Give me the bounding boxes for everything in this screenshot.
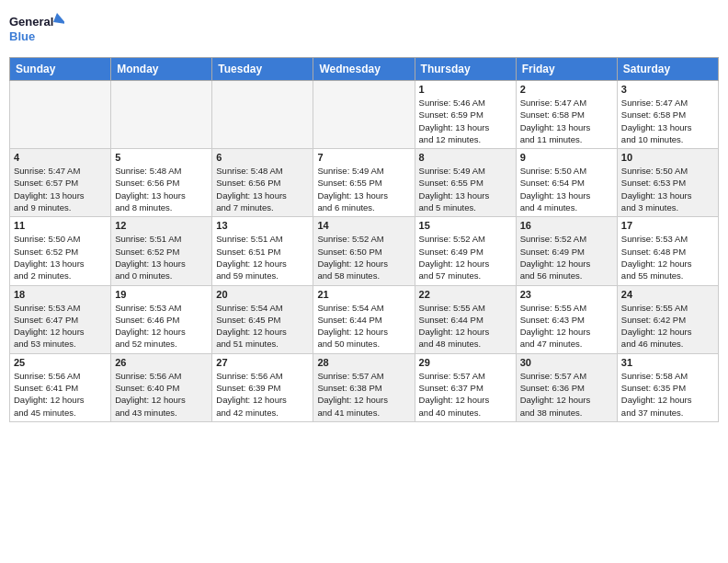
day-number: 28 [317, 357, 410, 368]
calendar-week-5: 25Sunrise: 5:56 AM Sunset: 6:41 PM Dayli… [10, 353, 719, 421]
day-info: Sunrise: 5:57 AM Sunset: 6:37 PM Dayligh… [419, 370, 512, 419]
calendar-cell: 17Sunrise: 5:53 AM Sunset: 6:48 PM Dayli… [617, 217, 718, 285]
calendar-cell: 10Sunrise: 5:50 AM Sunset: 6:53 PM Dayli… [617, 149, 718, 217]
calendar-cell: 6Sunrise: 5:48 AM Sunset: 6:56 PM Daylig… [212, 149, 313, 217]
day-header-friday: Friday [516, 58, 617, 81]
day-number: 18 [14, 289, 107, 300]
calendar-cell: 18Sunrise: 5:53 AM Sunset: 6:47 PM Dayli… [10, 285, 111, 353]
day-number: 22 [419, 289, 512, 300]
calendar-cell: 19Sunrise: 5:53 AM Sunset: 6:46 PM Dayli… [111, 285, 212, 353]
day-number: 17 [621, 220, 714, 231]
day-header-wednesday: Wednesday [313, 58, 415, 81]
calendar-cell: 21Sunrise: 5:54 AM Sunset: 6:44 PM Dayli… [313, 285, 415, 353]
day-info: Sunrise: 5:55 AM Sunset: 6:43 PM Dayligh… [520, 302, 613, 350]
day-info: Sunrise: 5:50 AM Sunset: 6:52 PM Dayligh… [14, 233, 107, 282]
calendar-cell: 20Sunrise: 5:54 AM Sunset: 6:45 PM Dayli… [212, 285, 313, 353]
day-info: Sunrise: 5:47 AM Sunset: 6:58 PM Dayligh… [520, 97, 613, 145]
day-info: Sunrise: 5:53 AM Sunset: 6:48 PM Dayligh… [621, 233, 714, 282]
calendar-cell: 27Sunrise: 5:56 AM Sunset: 6:39 PM Dayli… [212, 353, 313, 421]
day-info: Sunrise: 5:58 AM Sunset: 6:35 PM Dayligh… [621, 370, 714, 419]
day-number: 10 [621, 152, 714, 163]
day-info: Sunrise: 5:47 AM Sunset: 6:58 PM Dayligh… [621, 97, 714, 145]
page-header: General Blue [9, 9, 719, 50]
logo-svg: General Blue [9, 9, 64, 50]
day-info: Sunrise: 5:56 AM Sunset: 6:39 PM Dayligh… [216, 370, 309, 419]
day-header-monday: Monday [111, 58, 212, 81]
day-number: 23 [520, 289, 613, 300]
day-number: 30 [520, 357, 613, 368]
day-header-sunday: Sunday [10, 58, 111, 81]
calendar-cell: 11Sunrise: 5:50 AM Sunset: 6:52 PM Dayli… [10, 217, 111, 285]
day-number: 14 [317, 220, 410, 231]
calendar-cell: 3Sunrise: 5:47 AM Sunset: 6:58 PM Daylig… [617, 81, 718, 149]
svg-marker-2 [53, 13, 64, 24]
day-number: 7 [317, 152, 410, 163]
calendar-week-1: 1Sunrise: 5:46 AM Sunset: 6:59 PM Daylig… [10, 81, 719, 149]
calendar-week-3: 11Sunrise: 5:50 AM Sunset: 6:52 PM Dayli… [10, 217, 719, 285]
day-info: Sunrise: 5:55 AM Sunset: 6:44 PM Dayligh… [419, 302, 512, 350]
day-number: 24 [621, 289, 714, 300]
day-info: Sunrise: 5:51 AM Sunset: 6:52 PM Dayligh… [115, 233, 208, 282]
day-number: 16 [520, 220, 613, 231]
day-info: Sunrise: 5:48 AM Sunset: 6:56 PM Dayligh… [115, 165, 208, 213]
day-number: 21 [317, 289, 410, 300]
calendar-header-row: SundayMondayTuesdayWednesdayThursdayFrid… [10, 58, 719, 81]
day-info: Sunrise: 5:50 AM Sunset: 6:54 PM Dayligh… [520, 165, 613, 213]
calendar-cell: 22Sunrise: 5:55 AM Sunset: 6:44 PM Dayli… [415, 285, 516, 353]
calendar-week-2: 4Sunrise: 5:47 AM Sunset: 6:57 PM Daylig… [10, 149, 719, 217]
logo: General Blue [9, 9, 64, 50]
day-info: Sunrise: 5:49 AM Sunset: 6:55 PM Dayligh… [317, 165, 410, 213]
day-info: Sunrise: 5:53 AM Sunset: 6:46 PM Dayligh… [115, 302, 208, 350]
calendar-cell: 8Sunrise: 5:49 AM Sunset: 6:55 PM Daylig… [415, 149, 516, 217]
day-number: 11 [14, 220, 107, 231]
svg-text:Blue: Blue [9, 29, 35, 43]
day-number: 15 [419, 220, 512, 231]
day-info: Sunrise: 5:53 AM Sunset: 6:47 PM Dayligh… [14, 302, 107, 350]
day-info: Sunrise: 5:55 AM Sunset: 6:42 PM Dayligh… [621, 302, 714, 350]
day-info: Sunrise: 5:52 AM Sunset: 6:50 PM Dayligh… [317, 233, 410, 282]
day-number: 1 [419, 84, 512, 95]
day-number: 26 [115, 357, 208, 368]
calendar-cell [313, 81, 415, 149]
calendar-cell: 24Sunrise: 5:55 AM Sunset: 6:42 PM Dayli… [617, 285, 718, 353]
calendar-cell: 14Sunrise: 5:52 AM Sunset: 6:50 PM Dayli… [313, 217, 415, 285]
day-number: 31 [621, 357, 714, 368]
calendar-cell: 23Sunrise: 5:55 AM Sunset: 6:43 PM Dayli… [516, 285, 617, 353]
day-number: 2 [520, 84, 613, 95]
calendar-cell: 4Sunrise: 5:47 AM Sunset: 6:57 PM Daylig… [10, 149, 111, 217]
calendar-cell: 31Sunrise: 5:58 AM Sunset: 6:35 PM Dayli… [617, 353, 718, 421]
calendar-cell: 2Sunrise: 5:47 AM Sunset: 6:58 PM Daylig… [516, 81, 617, 149]
day-number: 25 [14, 357, 107, 368]
day-number: 13 [216, 220, 309, 231]
calendar-cell [111, 81, 212, 149]
day-info: Sunrise: 5:49 AM Sunset: 6:55 PM Dayligh… [419, 165, 512, 213]
day-info: Sunrise: 5:46 AM Sunset: 6:59 PM Dayligh… [419, 97, 512, 145]
svg-text:General: General [9, 15, 53, 29]
day-number: 9 [520, 152, 613, 163]
day-number: 6 [216, 152, 309, 163]
day-number: 20 [216, 289, 309, 300]
calendar-cell: 25Sunrise: 5:56 AM Sunset: 6:41 PM Dayli… [10, 353, 111, 421]
calendar-cell: 13Sunrise: 5:51 AM Sunset: 6:51 PM Dayli… [212, 217, 313, 285]
day-header-saturday: Saturday [617, 58, 718, 81]
day-info: Sunrise: 5:54 AM Sunset: 6:44 PM Dayligh… [317, 302, 410, 350]
day-number: 12 [115, 220, 208, 231]
calendar-cell: 5Sunrise: 5:48 AM Sunset: 6:56 PM Daylig… [111, 149, 212, 217]
day-info: Sunrise: 5:56 AM Sunset: 6:41 PM Dayligh… [14, 370, 107, 419]
day-info: Sunrise: 5:52 AM Sunset: 6:49 PM Dayligh… [520, 233, 613, 282]
day-info: Sunrise: 5:50 AM Sunset: 6:53 PM Dayligh… [621, 165, 714, 213]
day-number: 4 [14, 152, 107, 163]
day-info: Sunrise: 5:54 AM Sunset: 6:45 PM Dayligh… [216, 302, 309, 350]
calendar-cell: 16Sunrise: 5:52 AM Sunset: 6:49 PM Dayli… [516, 217, 617, 285]
day-header-tuesday: Tuesday [212, 58, 313, 81]
calendar-cell: 30Sunrise: 5:57 AM Sunset: 6:36 PM Dayli… [516, 353, 617, 421]
day-info: Sunrise: 5:56 AM Sunset: 6:40 PM Dayligh… [115, 370, 208, 419]
day-info: Sunrise: 5:57 AM Sunset: 6:36 PM Dayligh… [520, 370, 613, 419]
calendar-cell [212, 81, 313, 149]
day-info: Sunrise: 5:57 AM Sunset: 6:38 PM Dayligh… [317, 370, 410, 419]
calendar-body: 1Sunrise: 5:46 AM Sunset: 6:59 PM Daylig… [10, 81, 719, 422]
calendar-cell: 26Sunrise: 5:56 AM Sunset: 6:40 PM Dayli… [111, 353, 212, 421]
day-info: Sunrise: 5:48 AM Sunset: 6:56 PM Dayligh… [216, 165, 309, 213]
day-header-thursday: Thursday [415, 58, 516, 81]
day-info: Sunrise: 5:51 AM Sunset: 6:51 PM Dayligh… [216, 233, 309, 282]
